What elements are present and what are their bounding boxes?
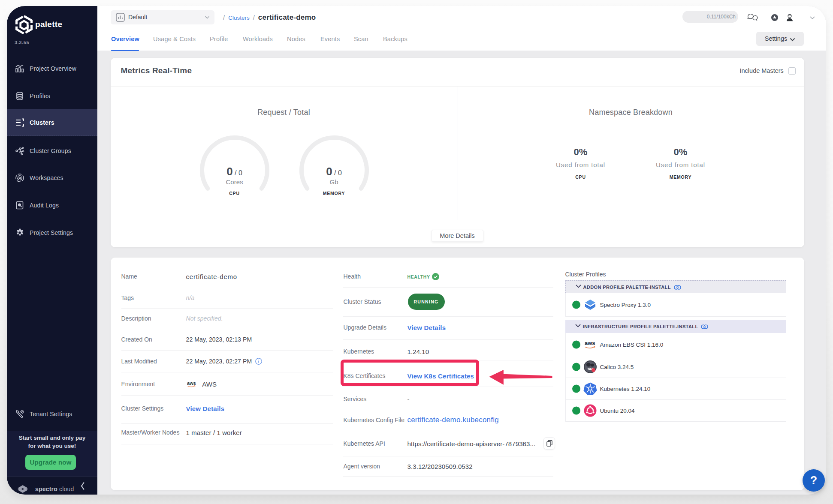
svg-text:aws: aws	[187, 381, 196, 386]
svg-text:aws: aws	[585, 340, 595, 346]
